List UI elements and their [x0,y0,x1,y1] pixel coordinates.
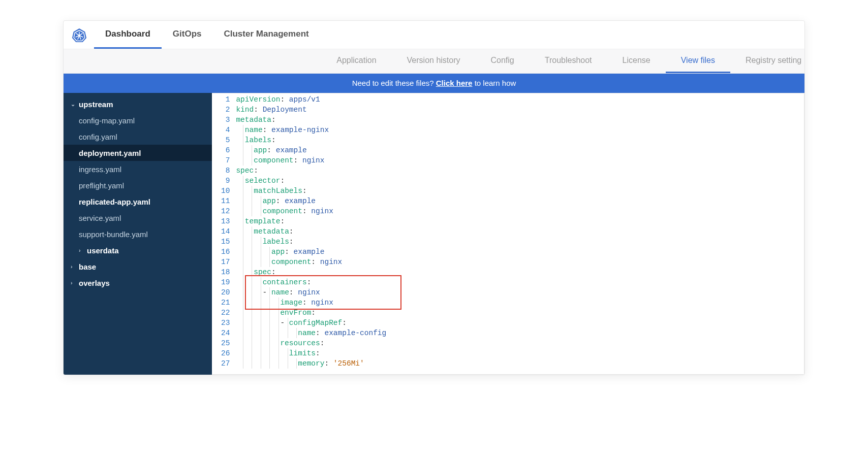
app-frame: DashboardGitOpsCluster Management Applic… [63,20,805,375]
code-line: labels: [236,135,799,145]
line-number: 9 [221,176,230,186]
sub-nav-tab-view-files[interactable]: View files [666,49,730,73]
indent-guide [252,247,252,257]
indent-guide [269,318,270,328]
line-number: 27 [221,358,230,369]
code-line: app: example [236,196,799,206]
indent-guide [243,277,243,287]
tree-item-label: deployment.yaml [79,149,141,157]
indent-guide [243,247,243,257]
indent-guide [261,308,261,318]
indent-guide [278,298,279,308]
sub-nav-tab-application[interactable]: Application [321,49,391,73]
kubernetes-logo-icon [72,27,87,43]
indent-guide [252,237,252,247]
indent-guide [288,348,288,358]
indent-guide [261,348,261,358]
line-number: 10 [221,186,230,196]
top-nav-tabs: DashboardGitOpsCluster Management [94,21,320,49]
indent-guide [278,348,279,358]
line-number: 8 [221,166,230,176]
indent-guide [261,328,261,338]
line-number: 6 [221,145,230,155]
tree-file-ingress-yaml[interactable]: ingress.yaml [64,161,212,177]
code-line: app: example [236,145,799,155]
indent-guide [252,358,252,369]
indent-guide [252,155,252,166]
tree-folder-upstream[interactable]: ⌄upstream [64,96,212,112]
indent-guide [243,287,243,298]
indent-guide [243,358,243,369]
code-line: memory: '256Mi' [236,358,799,369]
tree-file-config-yaml[interactable]: config.yaml [64,128,212,145]
indent-guide [243,338,243,348]
indent-guide [252,277,252,287]
sub-nav-tab-troubleshoot[interactable]: Troubleshoot [530,49,607,73]
sub-nav-tab-version-history[interactable]: Version history [392,49,476,73]
code-line: labels: [236,237,799,247]
indent-guide [261,277,261,287]
tree-folder-userdata[interactable]: ›userdata [64,242,212,258]
indent-guide [243,176,243,186]
line-number: 19 [221,277,230,287]
indent-guide [252,267,252,277]
indent-guide [243,216,243,226]
indent-guide [243,186,243,196]
indent-guide [261,247,261,257]
indent-guide [278,328,279,338]
sub-nav-tab-config[interactable]: Config [476,49,530,73]
tree-item-label: config-map.yaml [79,116,135,125]
indent-guide [252,206,252,216]
indent-guide [278,338,279,348]
chevron-down-icon: ⌄ [71,101,78,108]
sub-nav-tab-license[interactable]: License [607,49,666,73]
code-editor[interactable]: 1234567891011121314151617181920212223242… [212,93,804,375]
tree-item-label: config.yaml [79,133,117,141]
top-nav-tab-dashboard[interactable]: Dashboard [94,21,162,49]
code-line: - name: nginx [236,287,799,298]
tree-file-deployment-yaml[interactable]: deployment.yaml [64,145,212,161]
indent-guide [288,318,288,328]
indent-guide [252,348,252,358]
indent-guide [261,287,261,298]
top-nav-tab-cluster-management[interactable]: Cluster Management [212,21,320,49]
code-line: matchLabels: [236,186,799,196]
tree-file-replicated-app-yaml[interactable]: replicated-app.yaml [64,193,212,210]
indent-guide [243,145,243,155]
line-number: 16 [221,247,230,257]
tree-item-label: userdata [87,246,119,255]
tree-file-support-bundle-yaml[interactable]: support-bundle.yaml [64,226,212,242]
indent-guide [261,358,261,369]
indent-guide [269,298,270,308]
indent-guide [252,338,252,348]
tree-folder-base[interactable]: ›base [64,258,212,275]
indent-guide [252,287,252,298]
indent-guide [243,155,243,166]
indent-guide [243,267,243,277]
tree-folder-overlays[interactable]: ›overlays [64,275,212,291]
line-number: 20 [221,287,230,298]
indent-guide [252,226,252,237]
indent-guide [243,308,243,318]
tree-file-preflight-yaml[interactable]: preflight.yaml [64,177,212,193]
top-nav-tab-gitops[interactable]: GitOps [162,21,213,49]
line-number: 18 [221,267,230,277]
line-number: 1 [221,94,230,105]
line-number: 5 [221,135,230,145]
banner-link[interactable]: Click here [436,79,473,87]
sub-nav-tab-registry-settings[interactable]: Registry settings [730,49,801,73]
code-line: image: nginx [236,298,799,308]
line-number: 12 [221,206,230,216]
line-number: 2 [221,105,230,115]
line-number: 14 [221,226,230,237]
indent-guide [261,237,261,247]
tree-file-config-map-yaml[interactable]: config-map.yaml [64,112,212,128]
indent-guide [243,196,243,206]
line-number: 3 [221,115,230,125]
tree-item-label: ingress.yaml [79,165,121,174]
indent-guide [261,338,261,348]
tree-item-label: support-bundle.yaml [79,230,148,239]
indent-guide [252,196,252,206]
tree-file-service-yaml[interactable]: service.yaml [64,210,212,226]
code-line: spec: [236,267,799,277]
